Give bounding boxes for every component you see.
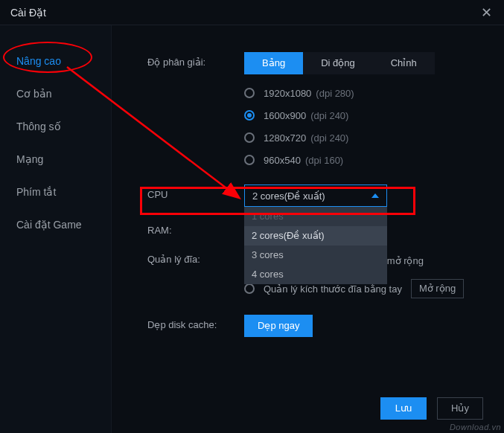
res-option-720[interactable]: 1280x720 (dpi 240) (244, 126, 435, 149)
tab-tablet[interactable]: Bảng (244, 52, 303, 74)
footer: Lưu Hủy (380, 397, 483, 420)
content-panel: Độ phân giải: Bảng Di động Chỉnh 1920x10… (112, 25, 504, 433)
tab-custom[interactable]: Chỉnh (373, 52, 435, 74)
res-option-1080[interactable]: 1920x1080 (dpi 280) (244, 82, 435, 104)
res-dpi: (dpi 240) (310, 110, 348, 121)
res-value: 1920x1080 (264, 88, 311, 99)
disk-manual-label: Quản lý kích thước đĩa bằng tay (264, 283, 402, 295)
radio-icon (244, 110, 255, 121)
res-value: 960x540 (264, 155, 301, 166)
expand-button[interactable]: Mở rộng (411, 279, 464, 298)
sidebar-item-network[interactable]: Mạng (0, 143, 111, 176)
cpu-option-1[interactable]: 1 cores (244, 207, 387, 226)
sidebar-item-game[interactable]: Cài đặt Game (0, 208, 111, 241)
cpu-label: CPU (147, 185, 244, 200)
titlebar: Cài Đặt ✕ (0, 0, 504, 25)
radio-icon (244, 283, 255, 294)
ram-label: RAM: (147, 220, 244, 236)
res-option-540[interactable]: 960x540 (dpi 160) (244, 149, 435, 171)
window-title: Cài Đặt (10, 7, 46, 19)
clear-cache-button[interactable]: Dẹp ngay (244, 315, 313, 337)
resolution-label: Độ phân giải: (147, 52, 244, 68)
watermark: Download.vn (450, 423, 501, 432)
cpu-dropdown[interactable]: 2 cores(Đề xuất) 1 cores 2 cores(Đề xuất… (244, 185, 387, 207)
res-dpi: (dpi 160) (305, 155, 343, 166)
res-value: 1280x720 (264, 132, 306, 144)
res-dpi: (dpi 240) (310, 132, 348, 144)
sidebar-item-basic[interactable]: Cơ bản (0, 77, 111, 110)
cancel-button[interactable]: Hủy (437, 397, 483, 420)
cpu-option-3[interactable]: 3 cores (244, 246, 387, 265)
res-value: 1600x900 (264, 110, 306, 121)
chevron-up-icon (371, 193, 379, 198)
radio-icon (244, 132, 255, 143)
radio-icon (244, 155, 255, 165)
res-dpi: (dpi 280) (316, 88, 354, 99)
cpu-dropdown-menu: 1 cores 2 cores(Đề xuất) 3 cores 4 cores (244, 207, 387, 284)
save-button[interactable]: Lưu (380, 397, 427, 420)
cpu-option-2[interactable]: 2 cores(Đề xuất) (244, 226, 387, 246)
cpu-selected: 2 cores(Đề xuất) (252, 190, 325, 202)
res-option-900[interactable]: 1600x900 (dpi 240) (244, 104, 435, 126)
radio-icon (244, 88, 255, 98)
disk-label: Quản lý đĩa: (147, 249, 244, 265)
resolution-tabs: Bảng Di động Chỉnh (244, 52, 435, 74)
cpu-option-4[interactable]: 4 cores (244, 265, 387, 284)
sidebar-item-info[interactable]: Thông số (0, 110, 111, 143)
tab-mobile[interactable]: Di động (303, 52, 373, 74)
sidebar-item-shortcut[interactable]: Phím tắt (0, 176, 111, 208)
cache-label: Dẹp disk cache: (147, 315, 244, 330)
close-icon[interactable]: ✕ (479, 4, 494, 21)
sidebar-item-advanced[interactable]: Nâng cao (0, 45, 111, 77)
sidebar: Nâng cao Cơ bản Thông số Mạng Phím tắt C… (0, 25, 112, 433)
